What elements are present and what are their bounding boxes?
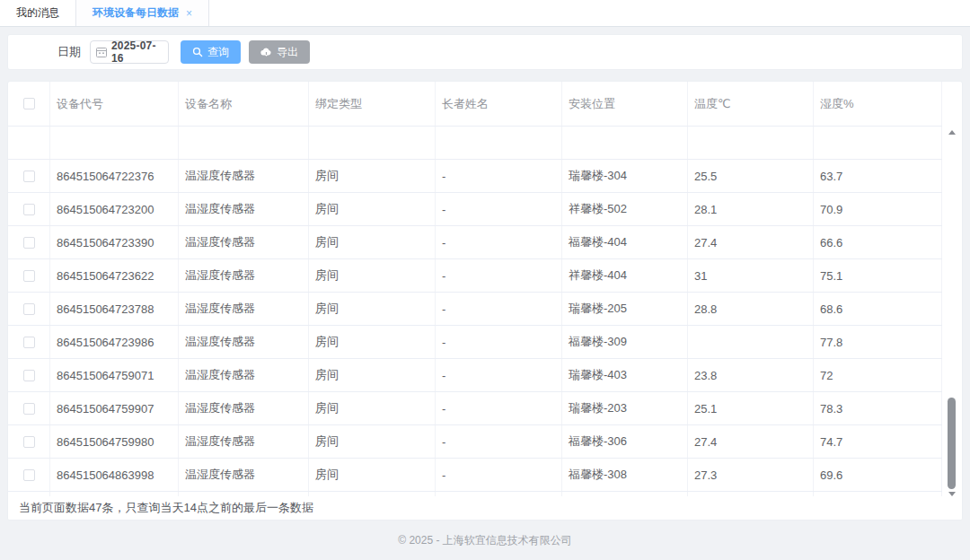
table-row: 864515064759907 温湿度传感器 房间 - 瑞馨楼-203 25.1… [8,392,942,425]
row-checkbox-cell [8,459,50,491]
device-code-cell: 864515064722376 [50,160,179,192]
humidity-cell: 74.7 [814,425,942,458]
humidity-cell: 72 [814,359,942,391]
device-code-cell: 864515064723200 [50,193,179,225]
elder-name-cell: - [436,459,562,491]
close-icon[interactable]: × [186,8,192,19]
bind-type-cell: 房间 [309,160,436,192]
export-button[interactable]: 导出 [249,40,310,64]
page-footer: © 2025 - 上海软宜信息技术有限公司 [0,521,970,560]
row-checkbox[interactable] [23,436,35,448]
select-all-checkbox[interactable] [23,98,35,109]
cloud-download-icon [260,47,272,57]
elder-name-cell: - [436,359,562,391]
scroll-up-arrow-icon[interactable] [948,130,956,135]
row-checkbox[interactable] [23,370,35,381]
device-code-cell: 864515064759980 [50,425,179,458]
install-location-cell: 祥馨楼-502 [562,193,688,225]
elder-name-cell: - [436,425,562,458]
elder-name-cell: - [436,160,562,192]
install-location-cell: 福馨楼-404 [562,226,688,258]
data-table: 设备代号 设备名称 绑定类型 长者姓名 安装位置 温度℃ 湿度% 8645150… [7,81,963,521]
row-checkbox-cell [8,259,50,292]
elder-name-cell: - [436,193,562,225]
bind-type-cell: 房间 [309,293,436,325]
col-temperature: 温度℃ [688,82,814,126]
copyright-text: © 2025 - 上海软宜信息技术有限公司 [398,533,572,548]
table-row: 864515064723200 温湿度传感器 房间 - 祥馨楼-502 28.1… [8,193,942,226]
col-bind-type: 绑定类型 [309,82,436,126]
device-name-cell: 温湿度传感器 [179,459,309,491]
temperature-cell: 28.1 [688,193,814,225]
row-checkbox-cell [8,359,50,391]
calendar-icon [96,47,107,57]
table-row: 864515064723622 温湿度传感器 房间 - 祥馨楼-404 31 7… [8,259,942,293]
install-location-cell: 福馨楼-306 [562,425,688,458]
date-label: 日期 [57,44,81,60]
humidity-cell: 63.7 [814,160,942,192]
device-code-cell: 864515064863998 [50,459,179,491]
table-row: 864515064863998 温湿度传感器 房间 - 福馨楼-308 27.3… [8,459,942,492]
install-location-cell: 瑞馨楼-304 [562,160,688,192]
row-checkbox-cell [8,160,50,192]
tab-env-device-daily-data[interactable]: 环境设备每日数据 × [76,0,209,26]
row-checkbox[interactable] [23,171,35,182]
elder-name-cell: - [436,226,562,258]
tab-bar: 我的消息 环境设备每日数据 × [0,0,970,27]
install-location-cell: 福馨楼-308 [562,459,688,491]
row-checkbox[interactable] [23,270,35,282]
tab-label: 我的消息 [16,5,59,21]
install-location-cell: 瑞馨楼-203 [562,392,688,424]
bind-type-cell: 房间 [309,326,436,358]
elder-name-cell: - [436,392,562,424]
row-checkbox[interactable] [23,204,35,215]
row-checkbox[interactable] [23,337,35,348]
humidity-cell: 66.6 [814,226,942,258]
bind-type-cell: 房间 [309,193,436,225]
row-checkbox[interactable] [23,303,35,315]
temperature-cell [688,326,814,358]
temperature-cell: 31 [688,259,814,292]
bind-type-cell: 房间 [309,459,436,491]
search-icon [192,47,203,57]
row-checkbox-cell [8,392,50,424]
scrollbar-thumb[interactable] [948,398,956,489]
col-device-name: 设备名称 [179,82,309,126]
install-location-cell: 瑞馨楼-403 [562,359,688,391]
filter-bar: 日期 2025-07-16 查询 导出 [7,34,963,70]
col-elder-name: 长者姓名 [436,82,562,126]
row-checkbox[interactable] [23,403,35,415]
date-value: 2025-07-16 [111,39,163,65]
col-humidity: 湿度% [814,82,942,126]
row-checkbox-cell [8,293,50,325]
bind-type-cell: 房间 [309,226,436,258]
elder-name-cell: - [436,293,562,325]
temperature-cell: 27.4 [688,425,814,458]
query-button-label: 查询 [207,45,229,60]
temperature-cell: 23.8 [688,359,814,391]
humidity-cell: 69.6 [814,459,942,491]
device-name-cell: 温湿度传感器 [179,293,309,325]
vertical-scrollbar [947,127,957,496]
bind-type-cell: 房间 [309,425,436,458]
row-checkbox-cell [8,193,50,225]
table-body: 864515064722376 温湿度传感器 房间 - 瑞馨楼-304 25.5… [8,127,962,521]
tab-my-messages[interactable]: 我的消息 [0,0,76,26]
row-checkbox[interactable] [23,237,35,249]
temperature-cell: 28.8 [688,293,814,325]
humidity-cell: 70.9 [814,193,942,225]
table-row: 864515064723986 温湿度传感器 房间 - 福馨楼-309 77.8 [8,326,942,359]
row-checkbox-cell [8,226,50,258]
row-checkbox[interactable] [23,469,35,481]
row-checkbox-cell [8,425,50,458]
device-code-cell: 864515064723390 [50,226,179,258]
tab-label: 环境设备每日数据 [93,5,179,21]
date-input[interactable]: 2025-07-16 [90,40,169,64]
elder-name-cell: - [436,326,562,358]
table-row: 864515064759980 温湿度传感器 房间 - 福馨楼-306 27.4… [8,425,942,459]
table-row: 864515064759071 温湿度传感器 房间 - 瑞馨楼-403 23.8… [8,359,942,392]
query-button[interactable]: 查询 [181,40,241,64]
bind-type-cell: 房间 [309,359,436,391]
humidity-cell: 68.6 [814,293,942,325]
install-location-cell: 福馨楼-309 [562,326,688,358]
